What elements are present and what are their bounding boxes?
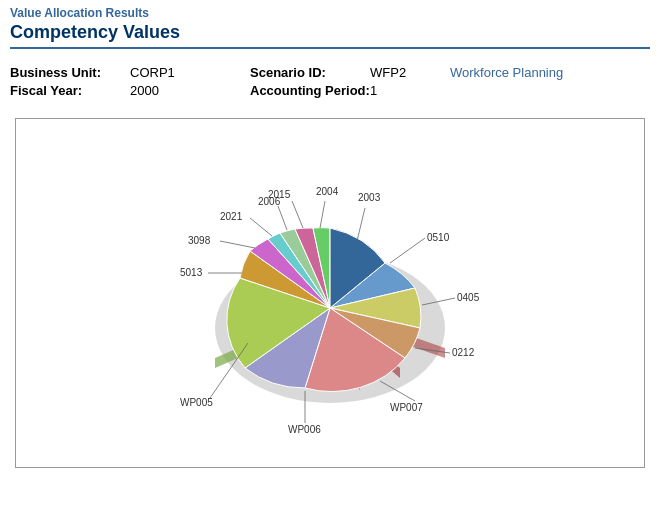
label-2004: 2004: [316, 186, 339, 197]
accounting-period-value: 1: [370, 83, 450, 98]
svg-line-11: [278, 206, 287, 230]
scenario-id-label: Scenario ID:: [250, 65, 370, 80]
label-0212: 0212: [452, 347, 475, 358]
svg-line-13: [320, 201, 325, 228]
label-0405: 0405: [457, 292, 480, 303]
svg-line-12: [292, 201, 303, 228]
page-title: Competency Values: [10, 22, 650, 49]
svg-line-14: [357, 208, 365, 241]
accounting-period-label: Accounting Period:: [250, 83, 370, 98]
label-wp007: WP007: [390, 402, 423, 413]
page-header: Value Allocation Results Competency Valu…: [0, 0, 660, 59]
label-0510: 0510: [427, 232, 450, 243]
fiscal-year-value: 2000: [130, 83, 250, 98]
app: Value Allocation Results Competency Valu…: [0, 0, 660, 522]
label-2021: 2021: [220, 211, 243, 222]
chart-container: 0510 0405 0212 WP007 WP006 WP005 5013: [15, 118, 645, 468]
business-unit-label: Business Unit:: [10, 65, 130, 80]
label-2015: 2015: [268, 189, 291, 200]
section-title: Value Allocation Results: [10, 6, 650, 20]
label-3098: 3098: [188, 235, 211, 246]
scenario-name[interactable]: Workforce Planning: [450, 65, 600, 80]
pie-chart: 0510 0405 0212 WP007 WP006 WP005 5013: [120, 133, 540, 453]
label-5013: 5013: [180, 267, 203, 278]
svg-line-10: [250, 218, 272, 236]
label-wp006: WP006: [288, 424, 321, 435]
business-unit-value: CORP1: [130, 65, 250, 80]
scenario-id-value: WFP2: [370, 65, 450, 80]
fiscal-year-label: Fiscal Year:: [10, 83, 130, 98]
meta-section: Business Unit: CORP1 Scenario ID: WFP2 W…: [0, 59, 660, 108]
pie-chart-wrapper: 0510 0405 0212 WP007 WP006 WP005 5013: [120, 133, 540, 453]
svg-line-9: [220, 241, 255, 248]
label-wp005: WP005: [180, 397, 213, 408]
label-2003: 2003: [358, 192, 381, 203]
svg-line-2: [390, 238, 425, 263]
